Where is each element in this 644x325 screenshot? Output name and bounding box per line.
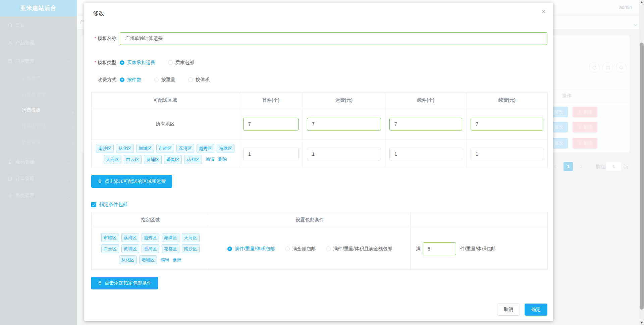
- radio-by-weight[interactable]: 按重量: [154, 77, 175, 83]
- region-tag[interactable]: 市辖区: [101, 233, 119, 242]
- sidebar-item-label: 会员管理: [15, 159, 34, 165]
- sidebar-item-home[interactable]: 首页: [0, 21, 77, 29]
- threshold-input[interactable]: [423, 242, 456, 255]
- region-tag[interactable]: 南沙区: [96, 144, 114, 153]
- additional-fee-input[interactable]: [471, 118, 543, 130]
- delete-regions-link[interactable]: 删除: [218, 156, 227, 162]
- template-type-label: 模板类型: [93, 60, 116, 66]
- close-icon[interactable]: ×: [542, 8, 546, 15]
- sidebar-item-label: 产品管理: [15, 40, 34, 46]
- region-tag[interactable]: 天河区: [104, 155, 121, 164]
- region-tag[interactable]: 越秀区: [197, 144, 214, 153]
- radio-label: 满件/重量/体积包邮: [235, 246, 275, 252]
- sidebar-subitem-shipping-templates[interactable]: 运费模板: [22, 107, 41, 113]
- divider: [540, 119, 630, 120]
- radio-icon: [168, 60, 173, 65]
- row-expand-icon[interactable]: [71, 109, 73, 115]
- sidebar-subitem-hot-search[interactable]: 热搜管理: [22, 139, 41, 145]
- first-piece-input[interactable]: [243, 118, 299, 130]
- region-tag[interactable]: 番禺区: [142, 244, 159, 253]
- pagination-page-1[interactable]: 1: [564, 162, 573, 171]
- region-tag[interactable]: 黄埔区: [144, 155, 162, 164]
- delete-button[interactable]: 删除: [573, 122, 597, 132]
- region-tag[interactable]: 白云区: [101, 244, 119, 253]
- region-tag[interactable]: 白云区: [124, 155, 142, 164]
- additional-fee-input[interactable]: [471, 148, 543, 160]
- free-condition-checkbox-label[interactable]: 指定条件包邮: [99, 202, 127, 208]
- delete-button[interactable]: 删除: [573, 107, 597, 117]
- radio-free-by-quantity-and-amount[interactable]: 满件/重量/体积且满金额包邮: [326, 246, 392, 252]
- radio-by-piece[interactable]: 按件数: [120, 77, 141, 83]
- radio-by-volume[interactable]: 按体积: [188, 77, 210, 83]
- delete-button[interactable]: 删除: [573, 138, 597, 149]
- divider: [553, 102, 630, 103]
- region-tag[interactable]: 从化区: [116, 144, 134, 153]
- region-tag[interactable]: 越秀区: [142, 233, 159, 242]
- region-tag[interactable]: 增城区: [136, 144, 154, 153]
- region-tag[interactable]: 从化区: [119, 255, 137, 264]
- sidebar-item-store[interactable]: 门店管理: [0, 58, 77, 65]
- add-region-button[interactable]: 点击添加可配送的区域和运费: [91, 175, 172, 188]
- edit-regions-link[interactable]: 编辑: [206, 156, 214, 162]
- free-condition-row: 指定条件包邮: [91, 202, 547, 208]
- sidebar-subitem-carousel[interactable]: 轮播图管理: [22, 122, 45, 129]
- divider: [540, 136, 630, 136]
- radio-buyer-pays[interactable]: 买家承担运费: [120, 60, 155, 66]
- additional-piece-input[interactable]: [389, 118, 462, 130]
- region-tag[interactable]: 增城区: [139, 255, 157, 264]
- sidebar-subitem-pickup-points[interactable]: 自提点管理: [22, 91, 45, 98]
- region-tag[interactable]: 黄埔区: [121, 244, 139, 253]
- fee-input[interactable]: [307, 148, 381, 160]
- additional-piece-input[interactable]: [389, 148, 462, 160]
- pagination-unit-label: 页: [624, 164, 629, 170]
- refresh-button[interactable]: [589, 62, 600, 73]
- scroll-up-icon[interactable]: [640, 1, 643, 3]
- delete-condition-regions-link[interactable]: 删除: [173, 257, 182, 263]
- scrollbar[interactable]: [639, 0, 644, 325]
- region-tag[interactable]: 番禺区: [164, 155, 182, 164]
- row-expand-icon[interactable]: [71, 124, 73, 130]
- region-tag[interactable]: 花都区: [184, 155, 202, 164]
- radio-free-by-amount[interactable]: 满金额包邮: [285, 246, 316, 252]
- sidebar-item-label: 首页: [15, 22, 25, 28]
- chevron-down-icon: [66, 176, 69, 181]
- sidebar-item-products[interactable]: 产品管理: [0, 39, 77, 47]
- radio-free-by-quantity[interactable]: 满件/重量/体积包邮: [227, 246, 275, 252]
- search-button[interactable]: [616, 62, 627, 73]
- location-pin-icon: [98, 179, 102, 184]
- radio-seller-free-shipping[interactable]: 卖家包邮: [168, 60, 194, 66]
- scrollbar-thumb[interactable]: [640, 43, 644, 310]
- region-tag[interactable]: 荔湾区: [176, 144, 194, 153]
- pagination-goto-input[interactable]: [606, 162, 622, 171]
- fee-input[interactable]: [307, 118, 381, 130]
- radio-label: 按件数: [127, 77, 141, 83]
- region-tag[interactable]: 花都区: [162, 244, 179, 253]
- edit-condition-regions-link[interactable]: 编辑: [161, 257, 169, 263]
- radio-selected-icon: [120, 60, 124, 65]
- first-piece-input[interactable]: [243, 148, 299, 160]
- confirm-button[interactable]: 确定: [525, 304, 547, 316]
- region-tag[interactable]: 南沙区: [182, 244, 200, 253]
- sidebar-item-system[interactable]: 系统管理: [0, 192, 77, 199]
- region-tag[interactable]: 海珠区: [217, 144, 234, 153]
- scroll-down-icon[interactable]: [640, 322, 643, 324]
- sidebar-subitem-announcements[interactable]: 公告管理: [22, 75, 41, 82]
- region-tag[interactable]: 荔湾区: [121, 233, 139, 242]
- template-name-input[interactable]: [120, 32, 547, 45]
- region-tag[interactable]: 天河区: [182, 233, 200, 242]
- pagination-next[interactable]: >: [577, 162, 586, 171]
- row-expand-icon[interactable]: [71, 141, 73, 147]
- username[interactable]: admin: [619, 5, 632, 10]
- column-header-empty: [411, 212, 548, 228]
- layout-button[interactable]: [602, 62, 613, 73]
- sidebar-item-members[interactable]: 会员管理: [0, 158, 77, 166]
- sidebar-item-orders[interactable]: 订单管理: [0, 175, 77, 182]
- chevron-up-icon: [66, 59, 69, 64]
- document-icon: [7, 176, 13, 181]
- region-tag[interactable]: 市辖区: [156, 144, 174, 153]
- region-tag[interactable]: 海珠区: [162, 233, 179, 242]
- sidebar-item-label: 门店管理: [15, 58, 34, 64]
- cancel-button[interactable]: 取消: [497, 304, 520, 316]
- checkbox-checked-icon[interactable]: [91, 202, 96, 207]
- add-condition-button[interactable]: 点击添加指定包邮条件: [91, 277, 158, 289]
